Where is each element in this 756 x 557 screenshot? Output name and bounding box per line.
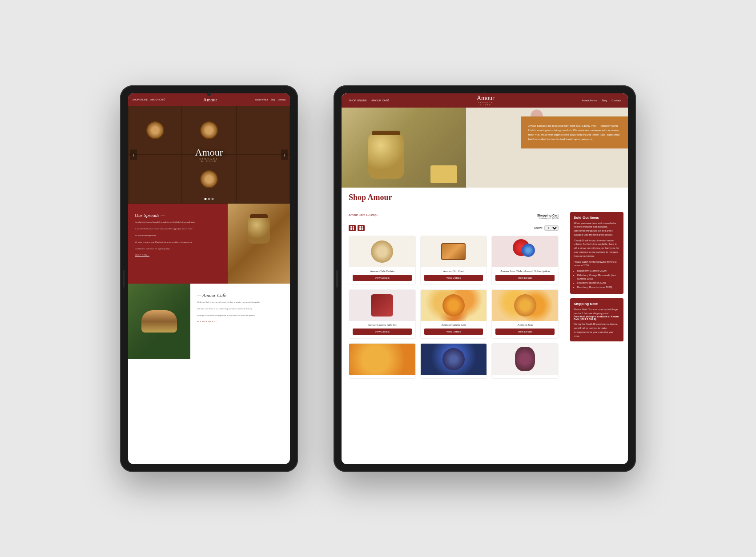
right-nav-logo-sub2: & CAFE [477,104,495,106]
sold-out-covid: *Covid-19 will impact how our season unf… [574,239,620,258]
sold-out-item-2: Elderberry Orange Marmalade (late summer… [577,274,620,281]
jam-club-jar-2 [522,244,535,257]
hero-dot-3[interactable] [212,198,214,200]
breadcrumb: Amour Café E-Shop › [349,213,378,216]
product-img-gift-card [421,236,487,267]
left-nav-about[interactable]: About Amour [255,98,268,101]
spreads-desc5: We strive to source local Utah fruit whe… [135,240,221,244]
cafe-section: — Amour Café While our Café is not curre… [128,284,290,359]
left-nav-shop[interactable]: SHOP ONLINE [133,98,148,101]
hero-logo-sub2: & CAFE [195,160,223,162]
shop-sidebar: Sold-Out Items When you make jams and ma… [566,207,628,384]
jar-visual [248,217,270,244]
right-ipad-screen: SHOP ONLINE AMOUR CAFÉ Amour SPREADS & C… [342,93,628,464]
tart-cell-1 [128,106,182,155]
breadcrumb-cart-row: Amour Café E-Shop › Shopping Cart 0 item… [349,212,559,221]
grid-cell-3 [350,228,352,230]
right-nav: SHOP ONLINE AMOUR CAFÉ Amour SPREADS & C… [342,93,628,108]
spreads-title: Our Spreads — [135,212,221,218]
product-img-lovers [349,290,415,321]
gift-card-visual [441,243,466,260]
product-card-jam-club: Amour Jam Club - Annual Subscription Vie… [491,236,559,285]
grid-view-list[interactable] [358,225,365,231]
lovers-visual [371,294,393,317]
shipping-text1: Please Note: You can order up to 6 large… [574,308,620,316]
spreads-section: Our Spreads — Each batch of Amour Spread… [128,204,290,284]
shipping-free: Free local pickup is available at Amour … [574,315,620,321]
hero-logo-overlay: Amour SPREADS & CAFE [195,147,223,162]
right-website-content: SHOP ONLINE AMOUR CAFÉ Amour SPREADS & C… [342,93,628,464]
product-card-lovers: Amour Lovers Gift Set View Details [349,289,416,339]
right-nav-logo-container: Amour SPREADS & CAFE [477,95,495,106]
shop-content-area: Amour Café E-Shop › Shopping Cart 0 item… [342,207,628,384]
right-nav-contact[interactable]: Contact [611,99,621,102]
show-count-select[interactable]: 3 6 9 [544,225,559,231]
shop-page-title: Shop Amour [349,193,621,202]
right-nav-about[interactable]: About Amour [582,99,598,102]
product-title-extra2 [421,375,487,378]
tart-cell-4 [128,155,182,204]
hero-cheese [430,165,457,183]
left-nav-links: SHOP ONLINE AMOUR CAFÉ [133,98,165,101]
product-title-lovers: Amour Lovers Gift Set [349,321,415,329]
product-btn-lovers[interactable]: View Details [353,329,412,335]
product-btn-apricot-ginger[interactable]: View Details [424,329,483,335]
product-card-extra2 [420,343,487,379]
cart-box: Shopping Cart 0 item(s) - $0.00 [537,212,559,221]
hero-jar-big [368,134,404,179]
left-nav-blog[interactable]: Blog [271,98,275,101]
grid-cell-1 [350,226,352,228]
cafe-desc1: While our Café is not currently open for… [197,301,283,304]
right-hero-text-box: Amour Spreads are produced right here ne… [521,116,628,149]
product-title-apricot-ginger: Apricot Ginger Jam [421,321,487,329]
ipad-right: SHOP ONLINE AMOUR CAFÉ Amour SPREADS & C… [334,85,636,472]
right-nav-blog[interactable]: Blog [602,99,607,102]
cafe-image [128,284,190,359]
hero-dot-2[interactable] [208,198,210,200]
breadcrumb-arrow: › [378,213,378,216]
right-nav-cafe[interactable]: AMOUR CAFÉ [371,99,389,102]
left-nav-cafe[interactable]: AMOUR CAFÉ [150,98,165,101]
right-nav-logo: Amour [477,95,495,101]
hero-next-arrow[interactable]: › [281,149,288,160]
product-card-extra3 [491,343,559,379]
product-btn-jam-club[interactable]: View Details [495,275,555,281]
grid-cell-4 [353,228,354,230]
sold-out-box: Sold-Out Items When you make jams and ma… [570,212,623,294]
left-nav-contact[interactable]: Contact [278,98,286,101]
product-grid: Amour Café Gelato View Details Amour Gif… [349,236,559,379]
sold-out-intro: When you make jams and marmalades from t… [574,221,620,237]
cafe-desc2: and other café items in our online shop … [197,307,283,310]
sold-out-title: Sold-Out Items [574,216,620,220]
hero-dot-1[interactable] [205,198,207,200]
spreads-shop-btn[interactable]: SHOP NOW › [135,254,149,256]
product-btn-gelato[interactable]: View Details [353,275,412,281]
cafe-menu-btn[interactable]: SEE OUR MENU › [197,321,217,323]
apricot-visual [514,294,536,317]
shipping-covid: During the Covid-19 pandemic at Amour, w… [574,322,620,338]
sold-out-item-1: Blackberry (Summer 2020) [577,269,620,273]
product-btn-gift-card[interactable]: View Details [424,275,483,281]
hero-prev-arrow[interactable]: ‹ [130,149,137,160]
spreads-desc: Each batch of Amour Spreads® is made in … [135,220,221,224]
grid-view-4[interactable] [349,225,356,231]
gelato-visual [371,240,393,263]
show-select-container: Show: 3 6 9 [534,225,559,231]
product-img-extra2 [421,344,487,375]
cart-title: Shopping Cart [537,214,559,217]
sold-out-list: Blackberry (Summer 2020) Elderberry Oran… [574,269,620,289]
sold-out-item-4: Raspberry Rose (summer 2020) [577,286,620,289]
product-img-apricot [492,290,558,321]
list-cell-3 [359,228,361,230]
spreads-desc3: our award winning flavors. [135,234,221,237]
right-nav-shop[interactable]: SHOP ONLINE [349,99,367,102]
left-nav-right-links: About Amour Blog Contact [255,98,286,101]
spreads-text: Our Spreads — Each batch of Amour Spread… [128,204,228,284]
hero-logo-main: Amour [195,147,223,157]
right-hero-image [342,108,466,188]
product-btn-apricot[interactable]: View Details [495,329,555,335]
breadcrumb-link[interactable]: Amour Café E-Shop [349,213,377,216]
product-title-gift-card: Amour Gift Card [421,267,487,275]
right-hero-desc: Amour Spreads are produced right here ne… [528,124,621,142]
product-title-extra3 [492,375,558,378]
